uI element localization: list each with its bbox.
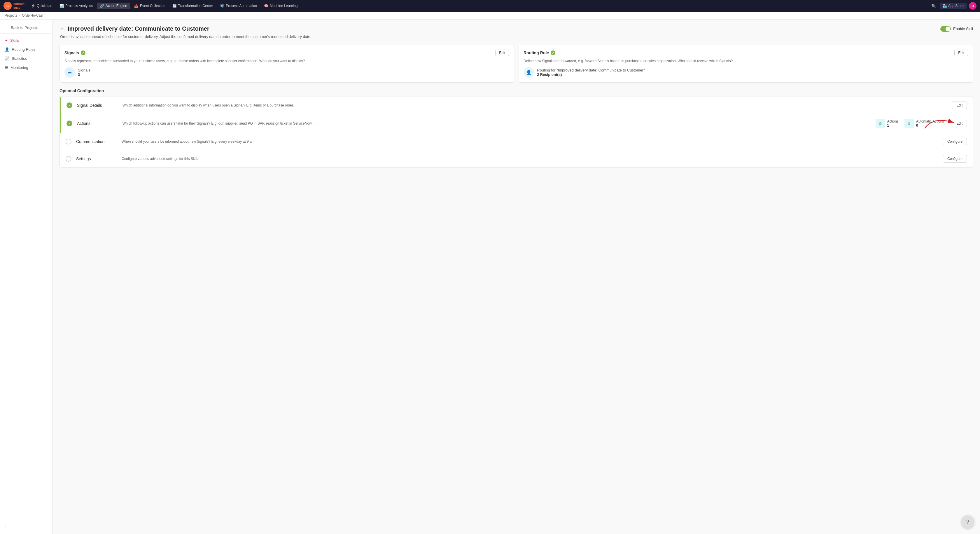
logo-sub: snap: [13, 6, 24, 10]
settings-configure-button[interactable]: Configure: [943, 155, 967, 163]
nav-process-automation[interactable]: ⚙️ Process Automation: [217, 3, 260, 9]
nav-event-collection[interactable]: 📥 Event Collection: [131, 3, 168, 9]
routing-info-icon: 👤: [523, 67, 534, 78]
routing-check-icon: ✓: [550, 51, 555, 55]
page-title: Improved delivery date: Communicate to C…: [68, 26, 209, 32]
event-collection-icon: 📥: [134, 4, 138, 8]
page-back-button[interactable]: ←: [59, 26, 65, 32]
signals-edit-button[interactable]: Edit: [495, 49, 509, 56]
collapse-sidebar-button[interactable]: «: [5, 524, 7, 528]
signal-details-name: Signal Details: [77, 103, 118, 108]
logo-icon: C: [3, 2, 12, 10]
page-header: ← Improved delivery date: Communicate to…: [59, 26, 973, 32]
routing-rule-card: Routing Rule ✓ Edit Define how Signals a…: [519, 45, 973, 83]
main-layout: ← Back to Projects ✦ Skills 👤 Routing Ru…: [0, 19, 980, 534]
quickstart-icon: ⚡: [31, 4, 35, 8]
signals-card: Signals ✓ Edit Signals represent the inc…: [59, 45, 514, 83]
back-arrow-icon: ←: [5, 26, 8, 30]
logo-name: celonis: [13, 2, 24, 6]
communication-configure-button[interactable]: Configure: [943, 138, 967, 145]
actions-stats: 🖥 Actions 1 🖥 Automatic Actions 0: [876, 119, 944, 128]
appstore-icon: 🏪: [943, 4, 947, 8]
breadcrumb-current: Order-to-Cash: [22, 13, 45, 18]
actions-stat-2-icon: 🖥: [904, 119, 914, 128]
signals-card-info: ☰ Signals 3: [64, 67, 509, 78]
actions-edit-button[interactable]: Edit: [952, 120, 967, 127]
transformation-center-icon: 🔄: [172, 4, 177, 8]
more-nav-button[interactable]: ...: [302, 2, 312, 10]
nav-right-area: 🔍 🏪 App Store U: [930, 2, 977, 10]
config-row-actions: ✓ Actions Which follow-up actions can us…: [60, 114, 973, 133]
actions-stat-1-icon: 🖥: [876, 119, 885, 128]
sidebar-back-to-projects[interactable]: ← Back to Projects: [0, 23, 52, 33]
main-content: ← Improved delivery date: Communicate to…: [52, 19, 980, 534]
routing-card-description: Define how Signals are forwarded, e.g. f…: [523, 58, 968, 64]
nav-quickstart[interactable]: ⚡ Quickstart: [28, 3, 56, 9]
skills-icon: ✦: [5, 38, 8, 43]
settings-name: Settings: [76, 156, 117, 161]
enable-skill-toggle-area: Enable Skill: [940, 26, 973, 32]
actions-stat-2: 🖥 Automatic Actions 0: [904, 119, 944, 128]
routing-rules-icon: 👤: [5, 47, 10, 52]
process-automation-icon: ⚙️: [220, 4, 224, 8]
routing-card-title: Routing Rule ✓: [523, 51, 555, 55]
page-subtitle: Order is available ahead of schedule for…: [60, 34, 973, 39]
routing-card-info: 👤 Routing for "Improved delivery date: C…: [523, 67, 968, 78]
sidebar-item-statistics[interactable]: 📈 Statistics: [0, 54, 52, 63]
actions-stat-1: 🖥 Actions 1: [876, 119, 899, 128]
top-navigation: C celonis snap ⚡ Quickstart 📊 Process An…: [0, 0, 980, 12]
enable-skill-toggle[interactable]: [940, 26, 951, 32]
statistics-icon: 📈: [5, 56, 10, 61]
signals-card-header: Signals ✓ Edit: [64, 49, 509, 56]
sidebar-item-routing-rules[interactable]: 👤 Routing Rules: [0, 45, 52, 54]
optional-config-title: Optional Configuration: [59, 88, 973, 93]
monitoring-icon: ☰: [5, 65, 8, 70]
communication-check: [65, 139, 72, 145]
nav-transformation-center[interactable]: 🔄 Transformation Center: [169, 3, 216, 9]
nav-machine-learning[interactable]: 🧠 Machine Learning: [261, 3, 301, 9]
action-engine-icon: 🔗: [100, 4, 104, 8]
nav-process-analytics[interactable]: 📊 Process Analytics: [57, 3, 95, 9]
routing-card-header: Routing Rule ✓ Edit: [523, 49, 968, 56]
config-row-communication: Communication When should your users be …: [60, 133, 973, 150]
signal-details-desc: Which additional information do you want…: [123, 103, 947, 108]
signals-check-icon: ✓: [81, 51, 86, 55]
nav-action-engine[interactable]: 🔗 Action Engine: [97, 3, 130, 9]
sidebar: ← Back to Projects ✦ Skills 👤 Routing Ru…: [0, 19, 52, 534]
signal-details-edit-button[interactable]: Edit: [952, 102, 967, 109]
signals-info-icon: ☰: [64, 67, 75, 78]
breadcrumb-projects[interactable]: Projects: [5, 13, 17, 18]
machine-learning-icon: 🧠: [264, 4, 268, 8]
communication-desc: When should your users be informed about…: [122, 139, 938, 144]
signals-card-title: Signals ✓: [64, 51, 86, 55]
routing-info-text: Routing for "Improved delivery date: Com…: [537, 68, 645, 77]
breadcrumb-separator: ›: [19, 13, 20, 18]
enable-skill-label: Enable Skill: [953, 27, 973, 31]
process-analytics-icon: 📊: [59, 4, 64, 8]
sidebar-bottom: «: [0, 521, 52, 531]
cards-row: Signals ✓ Edit Signals represent the inc…: [59, 45, 973, 83]
actions-name: Actions: [77, 121, 118, 126]
signals-info-text: Signals 3: [78, 68, 91, 77]
config-row-signal-details: ✓ Signal Details Which additional inform…: [60, 97, 973, 114]
config-table: ✓ Signal Details Which additional inform…: [59, 97, 973, 167]
actions-check: ✓: [67, 121, 72, 126]
breadcrumb: Projects › Order-to-Cash: [0, 12, 980, 19]
help-button[interactable]: ?: [961, 515, 974, 528]
routing-edit-button[interactable]: Edit: [955, 49, 968, 56]
sidebar-item-monitoring[interactable]: ☰ Monitoring: [0, 63, 52, 72]
actions-desc: Which follow-up actions can users take f…: [123, 121, 871, 126]
signal-details-check: ✓: [67, 102, 72, 108]
communication-name: Communication: [76, 139, 117, 144]
logo[interactable]: C celonis snap: [3, 2, 24, 10]
appstore-button[interactable]: 🏪 App Store: [940, 3, 967, 9]
settings-desc: Configure various advanced settings for …: [122, 156, 938, 161]
signals-card-description: Signals represent the incidents forwarde…: [64, 58, 509, 64]
settings-check: [65, 156, 72, 162]
user-avatar[interactable]: U: [969, 2, 977, 10]
config-row-settings: Settings Configure various advanced sett…: [60, 150, 973, 167]
optional-configuration-section: Optional Configuration ✓ Signal Details …: [59, 88, 973, 167]
sidebar-item-skills[interactable]: ✦ Skills: [0, 36, 52, 45]
search-button[interactable]: 🔍: [930, 3, 937, 10]
page-title-row: ← Improved delivery date: Communicate to…: [59, 26, 209, 32]
